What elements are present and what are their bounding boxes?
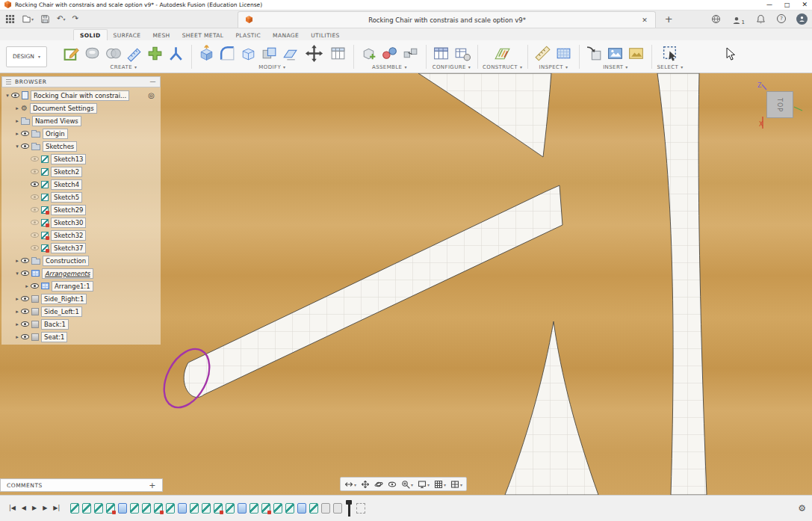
visibility-eye-icon[interactable] bbox=[31, 232, 39, 238]
browser-item-document-settings[interactable]: ▸⚙Document Settings bbox=[1, 102, 161, 114]
timeline-feature-9-sketch[interactable] bbox=[166, 503, 175, 514]
browser-item-sketch5[interactable]: Sketch5 bbox=[1, 191, 161, 203]
timeline-marker[interactable] bbox=[346, 500, 352, 517]
browser-item-label[interactable]: Sketch4 bbox=[51, 179, 82, 190]
viewcube-face-top[interactable]: TOP bbox=[766, 91, 793, 118]
browser-item-label[interactable]: Construction bbox=[43, 256, 89, 266]
timeline-play-button[interactable]: ▶ bbox=[29, 505, 40, 511]
nav-grid-settings-button[interactable] bbox=[433, 478, 447, 490]
visibility-eye-icon[interactable] bbox=[21, 131, 29, 136]
construct-menu[interactable]: CONSTRUCT bbox=[483, 64, 523, 70]
presence-button[interactable]: 1 bbox=[731, 12, 746, 25]
disclosure-triangle[interactable]: ▾ bbox=[4, 93, 11, 99]
browser-item-label[interactable]: Side_Left:1 bbox=[41, 306, 82, 317]
disclosure-triangle[interactable]: ▾ bbox=[13, 144, 21, 149]
nav-pan-button[interactable] bbox=[359, 478, 371, 490]
disclosure-triangle[interactable]: ▸ bbox=[13, 131, 21, 137]
create-form-button[interactable] bbox=[82, 43, 102, 64]
timeline-feature-14-sketch[interactable] bbox=[226, 503, 235, 514]
file-menu-button[interactable] bbox=[21, 12, 34, 25]
browser-item-named-views[interactable]: ▸Named Views bbox=[1, 114, 161, 127]
visibility-eye-icon[interactable] bbox=[31, 283, 39, 289]
disclosure-triangle[interactable]: ▸ bbox=[13, 334, 21, 340]
rigid-group-button[interactable] bbox=[400, 43, 421, 64]
create-sketch-button[interactable] bbox=[61, 43, 81, 64]
timeline-step-back-button[interactable]: ◀ bbox=[19, 505, 29, 511]
ribbon-tab-sheet-metal[interactable]: SHEET METAL bbox=[176, 30, 230, 40]
timeline-feature-2-sketch[interactable] bbox=[82, 503, 91, 514]
manage-configurations-button[interactable] bbox=[452, 43, 472, 64]
insert-menu[interactable]: INSERT bbox=[603, 64, 628, 70]
browser-item-side-right-1[interactable]: ▸Side_Right:1 bbox=[1, 292, 161, 305]
activate-component-icon[interactable]: ◎ bbox=[148, 92, 155, 99]
undo-button[interactable]: ↶ bbox=[56, 12, 66, 25]
fillet-button[interactable] bbox=[217, 43, 238, 64]
timeline-feature-21-sketch[interactable] bbox=[309, 503, 318, 514]
timeline-feature-18-sketch[interactable] bbox=[273, 503, 282, 514]
browser-item-label[interactable]: Rocking Chair with constrai... bbox=[31, 90, 129, 101]
user-avatar[interactable] bbox=[796, 13, 808, 25]
browser-item-label[interactable]: Sketch5 bbox=[51, 192, 82, 203]
timeline-settings-gear[interactable]: ⚙ bbox=[798, 504, 806, 513]
timeline-feature-8-sketch-locked[interactable] bbox=[154, 503, 163, 514]
disclosure-triangle[interactable]: ▸ bbox=[13, 309, 21, 315]
disclosure-triangle[interactable]: ▸ bbox=[13, 118, 21, 124]
offset-face-button[interactable] bbox=[280, 43, 300, 64]
timeline-go-to-start-button[interactable]: |◀ bbox=[6, 505, 19, 511]
browser-item-label[interactable]: Named Views bbox=[32, 116, 81, 126]
browser-item-rocking-chair-with-constrai-[interactable]: ▾Rocking Chair with constrai...◎ bbox=[1, 89, 161, 102]
timeline-feature-20-plane[interactable] bbox=[297, 503, 306, 514]
visibility-eye-icon[interactable] bbox=[31, 169, 39, 174]
browser-item-sketch37[interactable]: Sketch37 bbox=[1, 241, 161, 254]
browser-item-label[interactable]: Sketch32 bbox=[51, 230, 86, 241]
decal-button[interactable] bbox=[605, 43, 625, 64]
timeline-feature-1-sketch[interactable] bbox=[70, 503, 79, 514]
timeline-go-to-end-button[interactable]: ▶| bbox=[50, 505, 63, 511]
timeline-feature-15-plane[interactable] bbox=[238, 503, 247, 514]
visibility-eye-icon[interactable] bbox=[21, 321, 29, 327]
ribbon-tab-mesh[interactable]: MESH bbox=[146, 30, 176, 40]
disclosure-triangle[interactable]: ▾ bbox=[13, 271, 21, 277]
close-tab-button[interactable]: ✕ bbox=[642, 16, 648, 24]
disclosure-triangle[interactable]: ▸ bbox=[13, 105, 21, 111]
configure-menu[interactable]: CONFIGURE bbox=[433, 64, 471, 70]
select-menu[interactable]: SELECT bbox=[657, 64, 683, 70]
browser-item-label[interactable]: Sketch37 bbox=[51, 243, 86, 253]
visibility-eye-icon[interactable] bbox=[31, 182, 39, 187]
redo-button[interactable]: ↷ bbox=[71, 12, 78, 25]
disclosure-triangle[interactable]: ▸ bbox=[13, 321, 21, 327]
nav-viewports-button[interactable] bbox=[449, 478, 464, 490]
browser-item-origin[interactable]: ▸Origin bbox=[1, 127, 161, 140]
browser-item-construction[interactable]: ▸Construction bbox=[1, 254, 161, 267]
new-tab-button[interactable]: + bbox=[665, 13, 673, 25]
comments-bar[interactable]: COMMENTS + bbox=[0, 478, 163, 492]
browser-item-label[interactable]: Sketches bbox=[43, 141, 77, 152]
browser-item-label[interactable]: Side_Right:1 bbox=[41, 294, 87, 304]
browser-item-sketch32[interactable]: Sketch32 bbox=[1, 229, 161, 241]
create-pipe-button[interactable] bbox=[166, 43, 186, 64]
add-comment-button[interactable]: + bbox=[149, 481, 156, 490]
press-pull-button[interactable] bbox=[196, 43, 217, 64]
combine-button[interactable] bbox=[259, 43, 279, 64]
close-button[interactable]: ✕ bbox=[802, 1, 808, 8]
create-menu[interactable]: CREATE bbox=[110, 64, 137, 70]
disclosure-triangle[interactable]: ▸ bbox=[13, 296, 21, 302]
browser-item-sketch30[interactable]: Sketch30 bbox=[1, 216, 161, 229]
browser-item-sketch2[interactable]: Sketch2 bbox=[1, 165, 161, 178]
visibility-eye-icon[interactable] bbox=[21, 258, 29, 263]
move-copy-button[interactable] bbox=[301, 42, 327, 65]
minimize-button[interactable]: — bbox=[766, 2, 772, 8]
help-button[interactable]: ? bbox=[776, 12, 787, 25]
job-status-button[interactable] bbox=[710, 12, 722, 25]
modify-menu[interactable]: MODIFY bbox=[258, 64, 285, 70]
browser-item-seat-1[interactable]: ▸Seat:1 bbox=[1, 330, 161, 343]
create-pattern-button[interactable] bbox=[145, 43, 165, 64]
shell-button[interactable] bbox=[238, 43, 258, 64]
browser-item-label[interactable]: Sketch30 bbox=[51, 218, 86, 228]
browser-item-sketch13[interactable]: Sketch13 bbox=[1, 152, 161, 165]
timeline-feature-23-feature[interactable] bbox=[333, 503, 342, 514]
document-tab[interactable]: Rocking Chair with constrais and scale o… bbox=[238, 11, 656, 28]
canvas-button[interactable] bbox=[626, 43, 646, 64]
ribbon-tab-manage[interactable]: MANAGE bbox=[267, 30, 305, 40]
timeline-feature-16-sketch[interactable] bbox=[250, 503, 258, 514]
